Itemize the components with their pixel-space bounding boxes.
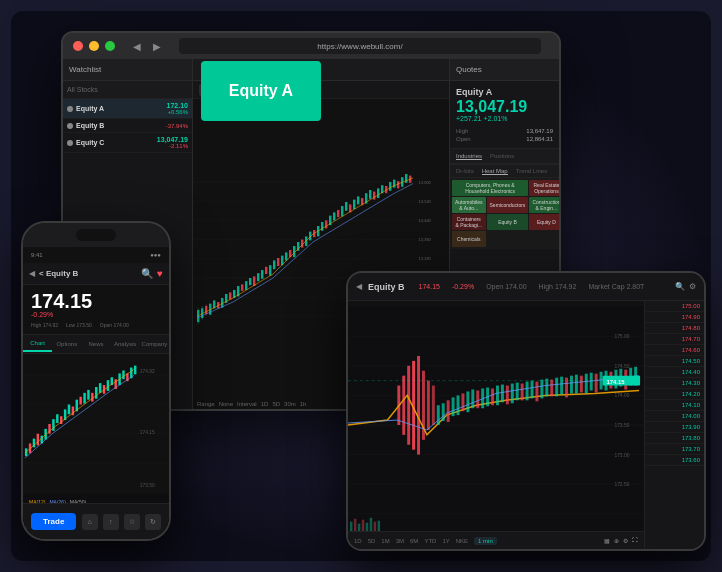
phone-tab-chart[interactable]: Chart — [23, 336, 52, 352]
svg-rect-54 — [369, 190, 371, 199]
interval-label[interactable]: Interval — [237, 401, 257, 407]
heatmap-cell-equity-b[interactable]: Equity B — [487, 214, 529, 230]
svg-rect-29 — [269, 265, 271, 275]
none-label[interactable]: None — [219, 401, 233, 407]
svg-text:172.50: 172.50 — [614, 482, 629, 487]
time-5d[interactable]: 5D — [272, 401, 280, 407]
close-dot[interactable] — [73, 41, 83, 51]
time-5d[interactable]: 5D — [55, 539, 61, 541]
phone-search-icon[interactable]: 🔍 — [141, 268, 153, 279]
heatmap-cell-construction[interactable]: Construction & Engin... — [529, 197, 559, 213]
svg-rect-165 — [545, 379, 548, 397]
time-1d[interactable]: 1D — [43, 539, 49, 541]
heatmap-cell-computers[interactable]: Computers, Phones & Household Electronic… — [452, 180, 528, 196]
stat-open-label: Open — [456, 136, 471, 142]
tablet-gear-icon[interactable]: ⚙ — [689, 282, 696, 291]
tablet-icon-chart[interactable]: ▦ — [604, 537, 610, 544]
heatmap-cell-semi[interactable]: Semiconductors — [487, 197, 529, 213]
equity-title: Equity A — [450, 81, 559, 99]
maximize-dot[interactable] — [105, 41, 115, 51]
svg-rect-148 — [461, 393, 464, 411]
tablet-device: ◀ Equity B 174.15 -0.29% Open 174.00 Hig… — [346, 271, 706, 551]
svg-text:13,600: 13,600 — [419, 180, 432, 185]
svg-rect-105 — [122, 370, 124, 379]
stat-open-val: 12,864.31 — [526, 136, 553, 142]
phone-icon-3[interactable]: ☆ — [124, 514, 140, 530]
minimize-dot[interactable] — [89, 41, 99, 51]
forward-arrow[interactable]: ▶ — [149, 38, 165, 54]
phone-tab-options[interactable]: Options — [52, 337, 81, 351]
tablet-time-1y[interactable]: 1Y — [442, 538, 449, 544]
watchlist-header: Watchlist — [63, 59, 192, 81]
tablet-time-ytd[interactable]: YTD — [424, 538, 436, 544]
phone-chart-area: 174.92 174.15 173.50 — [23, 354, 169, 494]
svg-rect-83 — [37, 434, 39, 446]
tab-heat-map[interactable]: Heat Map — [482, 168, 508, 175]
stock-item-equity-a[interactable]: Equity A 172.10 +0.56% — [63, 99, 192, 119]
svg-rect-163 — [535, 382, 538, 402]
svg-rect-33 — [285, 252, 287, 260]
tablet-search-icon[interactable]: 🔍 — [675, 282, 685, 291]
svg-rect-194 — [354, 519, 356, 532]
tablet-icon-fullscreen[interactable]: ⛶ — [632, 537, 638, 544]
tablet-time-1m[interactable]: 1M — [381, 538, 389, 544]
range-label[interactable]: Range — [197, 401, 215, 407]
time-quarterly[interactable]: Quarterly — [120, 539, 141, 541]
tab-dr-bits[interactable]: Dr-bits — [456, 168, 474, 174]
phone-trade-button[interactable]: Trade — [31, 513, 76, 530]
phone-tab-company[interactable]: Company — [140, 337, 169, 351]
svg-rect-166 — [550, 380, 553, 397]
tablet-icon-settings[interactable]: ⚙ — [623, 537, 628, 544]
svg-rect-27 — [261, 270, 263, 279]
tablet-time-6m[interactable]: 6M — [410, 538, 418, 544]
phone-price: 174.15 — [31, 291, 161, 311]
price-17400: 174.00 — [645, 411, 704, 422]
phone-icon-4[interactable]: ↻ — [145, 514, 161, 530]
phone-device: 9:41 ●●● ◀ < Equity B 🔍 ♥ 174.15 -0.29% … — [21, 221, 171, 541]
price-17380: 173.80 — [645, 433, 704, 444]
phone-back-button[interactable]: ◀ — [29, 269, 35, 278]
svg-rect-151 — [476, 390, 479, 408]
tab-industries[interactable]: Industries — [456, 153, 482, 160]
time-1h[interactable]: 1h — [300, 401, 307, 407]
phone-icon-2[interactable]: ↑ — [103, 514, 119, 530]
svg-rect-47 — [341, 206, 343, 216]
tab-trend-lines[interactable]: Trend Lines — [516, 168, 547, 174]
heatmap-cell-chemicals[interactable]: Chemicals — [452, 231, 486, 247]
heatmap-cell-auto[interactable]: Automobiles & Auto... — [452, 197, 486, 213]
svg-rect-137 — [407, 366, 410, 445]
stock-item-equity-b[interactable]: Equity B -37.94% — [63, 119, 192, 133]
url-bar[interactable]: https://www.webull.com/ — [179, 38, 541, 54]
time-1d[interactable]: 1D — [261, 401, 269, 407]
heatmap-cell-realestate[interactable]: Real Estate Operations — [529, 180, 559, 196]
phone-tab-news[interactable]: News — [81, 337, 110, 351]
phone-tab-analysis[interactable]: Analysis — [111, 337, 140, 351]
heatmap-cell-equity-d[interactable]: Equity D — [529, 214, 559, 230]
all-stocks-filter[interactable]: All Stocks — [67, 86, 98, 93]
tablet-time-3m[interactable]: 3M — [396, 538, 404, 544]
svg-rect-172 — [580, 376, 583, 393]
back-arrow[interactable]: ◀ — [129, 38, 145, 54]
tablet-time-5d[interactable]: 5D — [368, 538, 376, 544]
equity-overlay-label: Equity A — [229, 82, 293, 100]
time-1y[interactable]: 1 — [146, 539, 149, 541]
tablet-time-nke[interactable]: NKE — [456, 538, 468, 544]
svg-rect-31 — [277, 258, 279, 266]
tablet-active-time[interactable]: 1 min — [474, 537, 497, 545]
tablet-chart-svg: 174.15 175.00 174.50 174.00 173.50 173.0… — [348, 301, 644, 549]
tablet-time-1d[interactable]: 1D — [354, 538, 362, 544]
tab-positions[interactable]: Positions — [490, 153, 514, 159]
svg-rect-28 — [265, 267, 267, 274]
phone-heart-icon[interactable]: ♥ — [157, 268, 163, 279]
time-30m[interactable]: 30m — [284, 401, 296, 407]
phone-icon-1[interactable]: ⌂ — [82, 514, 98, 530]
stock-item-equity-c[interactable]: Equity C 13,047.19 -2.11% — [63, 133, 192, 153]
time-monthly[interactable]: Monthly — [96, 539, 114, 541]
quotes-header: Quotes — [450, 59, 559, 81]
tablet-price: 174.15 — [419, 283, 440, 290]
tablet-icon-zoom[interactable]: ⊕ — [614, 537, 619, 544]
phone-bottom-bar: Trade ⌂ ↑ ☆ ↻ — [23, 503, 169, 539]
heatmap-cell-containers[interactable]: Containers & Packagi... — [452, 214, 486, 230]
tablet-back-button[interactable]: ◀ — [356, 282, 362, 291]
stock-price: -37.94% — [166, 123, 188, 129]
